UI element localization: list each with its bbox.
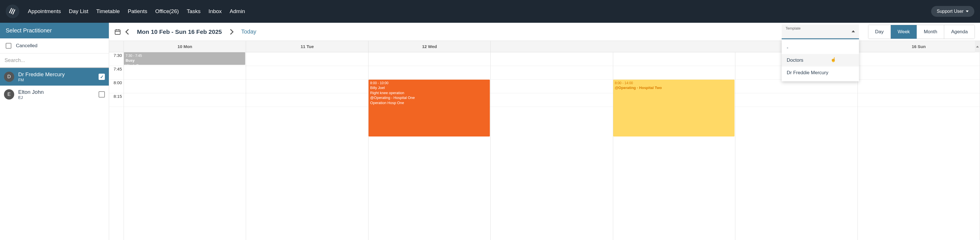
day-header: 12 Wed: [369, 41, 491, 52]
nav-tasks[interactable]: Tasks: [187, 8, 200, 14]
search-input[interactable]: [2, 53, 107, 67]
logo-icon: [8, 7, 16, 15]
template-label: Template: [786, 26, 855, 30]
time-column: 7:30 7:45 8:00 8:15: [109, 52, 124, 240]
practitioner-text: Elton John EJ: [18, 89, 95, 100]
svg-rect-0: [115, 30, 120, 34]
content-area: Mon 10 Feb - Sun 16 Feb 2025 Today Templ…: [109, 23, 980, 240]
template-select-wrap: Template - Doctors ☝ Dr Freddie Mercury: [782, 24, 859, 39]
nav-timetable[interactable]: Timetable: [96, 8, 120, 14]
nav-appointments[interactable]: Appointments: [28, 8, 61, 14]
event-title: @Operating - Hospital Two: [615, 85, 733, 90]
time-column-head: [109, 41, 124, 52]
event-time: 8:00 - 14:00: [615, 81, 733, 85]
template-option[interactable]: Dr Freddie Mercury: [782, 67, 859, 79]
nav-items: Appointments Day List Timetable Patients…: [28, 8, 923, 14]
event-busy[interactable]: 7:30 - 7:45 Busy Week One: [124, 52, 245, 65]
checkmark-icon: ✓: [100, 74, 104, 80]
nav-inbox[interactable]: Inbox: [208, 8, 222, 14]
event-appointment[interactable]: 8:00 - 10:00 Billy Joel Right knee opera…: [369, 80, 490, 136]
event-operating[interactable]: 8:00 - 14:00 @Operating - Hospital Two: [613, 80, 735, 136]
event-patient: Billy Joel: [370, 85, 488, 90]
dropdown-arrow-icon: [851, 30, 855, 32]
day-column-sun[interactable]: [858, 52, 980, 240]
event-sub: Week One: [126, 63, 243, 65]
event-desc: Right knee operation: [370, 90, 488, 96]
day-header: 11 Tue: [246, 41, 368, 52]
nav-admin[interactable]: Admin: [229, 8, 245, 14]
practitioner-sub: FM: [18, 78, 95, 82]
template-dropdown: - Doctors ☝ Dr Freddie Mercury: [782, 39, 859, 81]
cancelled-label: Cancelled: [16, 43, 38, 49]
template-option[interactable]: Doctors ☝: [782, 54, 859, 67]
search-row: [0, 53, 109, 68]
avatar: E: [4, 89, 14, 99]
top-navigation: Appointments Day List Timetable Patients…: [0, 0, 980, 23]
prev-arrow-icon[interactable]: [125, 29, 131, 35]
caret-down-icon: [966, 11, 969, 12]
day-column-wed[interactable]: 8:00 - 10:00 Billy Joel Right knee opera…: [369, 52, 491, 240]
event-time: 8:00 - 10:00: [370, 81, 488, 85]
practitioner-name: Elton John: [18, 89, 95, 95]
day-header: 10 Mon: [124, 41, 246, 52]
avatar: D: [4, 72, 14, 82]
date-range: Mon 10 Feb - Sun 16 Feb 2025: [137, 29, 222, 35]
cancelled-filter[interactable]: Cancelled: [0, 38, 109, 53]
event-title: Busy: [126, 58, 243, 63]
calendar-toolbar: Mon 10 Feb - Sun 16 Feb 2025 Today Templ…: [109, 23, 980, 41]
next-arrow-icon[interactable]: [228, 29, 234, 35]
scroll-up-button[interactable]: [975, 41, 980, 52]
view-month-button[interactable]: Month: [917, 25, 944, 39]
main-area: Select Practitioner Cancelled D Dr Fredd…: [0, 23, 980, 240]
day-column-fri[interactable]: 8:00 - 14:00 @Operating - Hospital Two: [613, 52, 735, 240]
support-user-menu[interactable]: Support User: [931, 6, 974, 17]
practitioner-text: Dr Freddie Mercury FM: [18, 71, 95, 82]
cancelled-checkbox[interactable]: [6, 43, 11, 49]
template-option[interactable]: -: [782, 42, 859, 54]
practitioner-sub: EJ: [18, 95, 95, 100]
nav-daylist[interactable]: Day List: [69, 8, 88, 14]
support-user-label: Support User: [937, 9, 964, 14]
scroll-up-icon: [976, 46, 979, 48]
event-op: Operation Hosp One: [370, 100, 488, 106]
nav-office[interactable]: Office(26): [155, 8, 179, 14]
sidebar-title: Select Practitioner: [0, 23, 109, 38]
nav-patients[interactable]: Patients: [128, 8, 148, 14]
app-logo[interactable]: [6, 5, 19, 18]
time-label: 8:00: [109, 80, 124, 93]
day-column-tue[interactable]: [246, 52, 368, 240]
practitioner-name: Dr Freddie Mercury: [18, 71, 95, 78]
time-label: 7:30: [109, 52, 124, 66]
template-option-label: Doctors: [787, 58, 803, 63]
practitioner-item[interactable]: E Elton John EJ: [0, 86, 109, 103]
view-toggle: Day Week Month Agenda: [868, 25, 975, 39]
view-day-button[interactable]: Day: [868, 25, 891, 39]
event-time: 7:30 - 7:45: [126, 53, 243, 58]
view-agenda-button[interactable]: Agenda: [944, 25, 975, 39]
practitioner-checkbox[interactable]: ✓: [99, 74, 105, 80]
event-location: @Operating - Hospital One: [370, 95, 488, 100]
today-button[interactable]: Today: [241, 29, 256, 35]
sidebar: Select Practitioner Cancelled D Dr Fredd…: [0, 23, 109, 240]
day-column-mon[interactable]: 7:30 - 7:45 Busy Week One: [124, 52, 246, 240]
day-header: 16 Sun: [858, 41, 980, 52]
day-column-thu[interactable]: [491, 52, 613, 240]
time-label: 7:45: [109, 66, 124, 80]
practitioner-item[interactable]: D Dr Freddie Mercury FM ✓: [0, 68, 109, 86]
calendar-icon[interactable]: [114, 29, 121, 35]
template-select[interactable]: Template: [782, 24, 859, 39]
practitioner-checkbox[interactable]: [99, 91, 105, 98]
view-week-button[interactable]: Week: [891, 25, 917, 39]
time-label: 8:15: [109, 93, 124, 107]
cursor-hand-icon: ☝: [830, 57, 836, 62]
